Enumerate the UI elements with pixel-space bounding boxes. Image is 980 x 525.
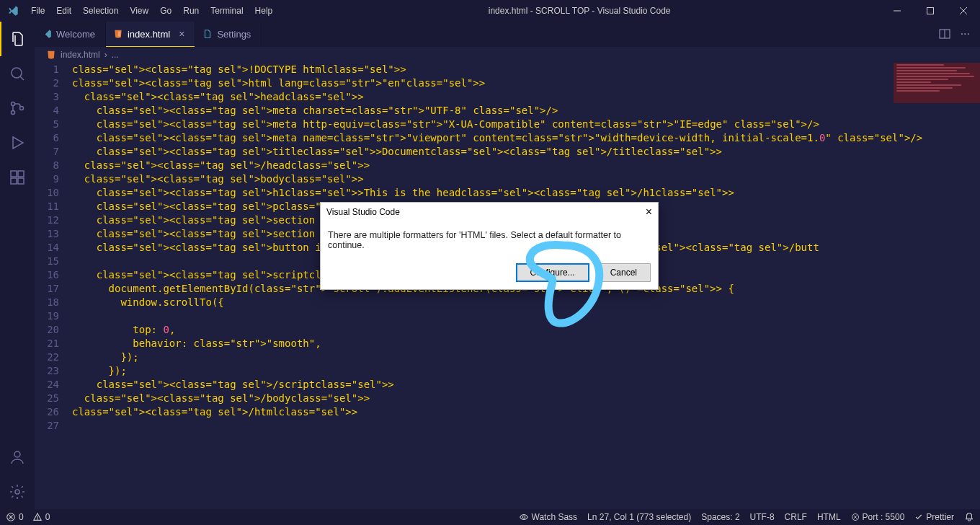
svg-line-5 bbox=[20, 76, 24, 80]
source-control-icon[interactable] bbox=[0, 91, 35, 125]
tab-label: index.html bbox=[128, 29, 170, 40]
menu-terminal[interactable]: Terminal bbox=[205, 6, 249, 16]
port-item[interactable]: Port : 5500 bbox=[851, 512, 905, 522]
prettier-item[interactable]: Prettier bbox=[914, 512, 954, 522]
svg-rect-1 bbox=[927, 8, 934, 14]
svg-marker-9 bbox=[13, 137, 23, 149]
svg-rect-13 bbox=[18, 178, 24, 184]
dialog-title: Visual Studio Code bbox=[326, 207, 400, 217]
tab-welcome[interactable]: Welcome bbox=[35, 22, 106, 46]
activity-bar bbox=[0, 22, 35, 509]
errors-item[interactable]: 0 bbox=[6, 512, 24, 522]
tab-index-html[interactable]: index.html × bbox=[106, 22, 195, 46]
spaces-item[interactable]: Spaces: 2 bbox=[701, 512, 739, 522]
split-editor-icon[interactable] bbox=[939, 28, 950, 40]
tab-label: Welcome bbox=[56, 29, 95, 40]
tab-settings[interactable]: Settings bbox=[195, 22, 262, 46]
watch-sass-item[interactable]: Watch Sass bbox=[519, 512, 578, 522]
encoding-item[interactable]: UTF-8 bbox=[750, 512, 775, 522]
title-bar: File Edit Selection View Go Run Terminal… bbox=[0, 0, 980, 22]
dialog-title-bar: Visual Studio Code × bbox=[321, 203, 658, 221]
svg-rect-12 bbox=[11, 178, 17, 184]
configure-button[interactable]: Configure... bbox=[516, 263, 589, 282]
svg-point-14 bbox=[14, 451, 20, 457]
warnings-item[interactable]: 0 bbox=[32, 512, 50, 522]
close-icon[interactable]: × bbox=[646, 206, 652, 219]
menu-view[interactable]: View bbox=[124, 6, 154, 16]
minimize-button[interactable] bbox=[881, 0, 914, 22]
svg-rect-11 bbox=[18, 171, 24, 177]
menu-file[interactable]: File bbox=[25, 6, 50, 16]
dialog-buttons: Configure... Cancel bbox=[321, 257, 658, 289]
svg-point-8 bbox=[20, 107, 24, 110]
svg-point-23 bbox=[522, 516, 525, 519]
explorer-icon[interactable] bbox=[0, 22, 35, 56]
menu-go[interactable]: Go bbox=[154, 6, 177, 16]
svg-point-7 bbox=[12, 111, 15, 115]
vscode-icon bbox=[42, 29, 52, 39]
window-title: index.html - SCROLL TOP - Visual Studio … bbox=[278, 6, 881, 16]
close-icon[interactable]: × bbox=[179, 28, 184, 40]
dialog-message: There are multiple formatters for 'HTML'… bbox=[321, 221, 658, 257]
breadcrumb-file: index.html bbox=[61, 50, 100, 60]
cursor-position[interactable]: Ln 27, Col 1 (773 selected) bbox=[587, 512, 691, 522]
html-file-icon bbox=[113, 29, 123, 39]
eol-item[interactable]: CRLF bbox=[785, 512, 807, 522]
formatter-dialog: Visual Studio Code × There are multiple … bbox=[320, 202, 659, 290]
maximize-button[interactable] bbox=[914, 0, 947, 22]
language-item[interactable]: HTML bbox=[817, 512, 841, 522]
settings-gear-icon[interactable] bbox=[0, 475, 35, 509]
run-debug-icon[interactable] bbox=[0, 125, 35, 160]
close-button[interactable] bbox=[947, 0, 980, 22]
svg-point-6 bbox=[12, 102, 15, 106]
tab-bar: Welcome index.html × Settings ··· bbox=[35, 22, 980, 47]
svg-point-22 bbox=[37, 519, 37, 519]
status-bar: 0 0 Watch Sass Ln 27, Col 1 (773 selecte… bbox=[0, 509, 980, 525]
notifications-icon[interactable] bbox=[964, 512, 974, 522]
menu-edit[interactable]: Edit bbox=[50, 6, 77, 16]
accounts-icon[interactable] bbox=[0, 440, 35, 475]
vscode-logo-icon bbox=[0, 5, 25, 17]
menu-run[interactable]: Run bbox=[177, 6, 205, 16]
search-icon[interactable] bbox=[0, 56, 35, 91]
svg-point-15 bbox=[15, 490, 19, 494]
menu-selection[interactable]: Selection bbox=[77, 6, 124, 16]
extensions-icon[interactable] bbox=[0, 160, 35, 195]
tab-actions: ··· bbox=[939, 22, 980, 46]
menu-help[interactable]: Help bbox=[249, 6, 279, 16]
settings-file-icon bbox=[202, 29, 213, 39]
cancel-button[interactable]: Cancel bbox=[597, 263, 651, 282]
minimap[interactable] bbox=[894, 63, 980, 103]
svg-point-4 bbox=[12, 68, 22, 78]
chevron-right-icon: › bbox=[104, 50, 107, 60]
window-controls bbox=[881, 0, 980, 22]
more-actions-icon[interactable]: ··· bbox=[961, 27, 970, 40]
html-file-icon bbox=[46, 50, 56, 60]
svg-rect-10 bbox=[11, 171, 17, 177]
tab-label: Settings bbox=[217, 29, 251, 40]
breadcrumb[interactable]: index.html › ... bbox=[35, 47, 980, 63]
line-numbers: 1234567891011121314151617181920212223242… bbox=[35, 63, 72, 509]
breadcrumb-rest: ... bbox=[112, 50, 119, 60]
